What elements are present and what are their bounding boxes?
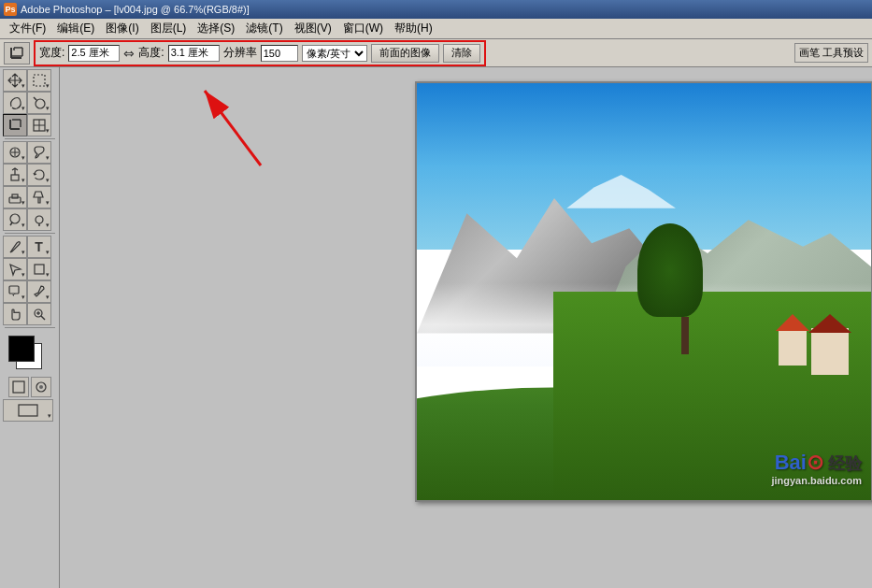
svg-rect-33 [19, 405, 37, 416]
resolution-label: 分辨率 [223, 45, 257, 61]
svg-point-7 [36, 99, 45, 108]
tree-crown [637, 223, 703, 317]
landscape-image: Bai⊙ 经验 jingyan.baidu.com [417, 83, 871, 500]
blur-tool[interactable]: ▾ [3, 208, 27, 231]
resolution-input[interactable] [261, 45, 298, 62]
height-label: 高度: [138, 45, 164, 61]
menu-edit[interactable]: 编辑(E) [51, 19, 100, 38]
title-text: Adobe Photoshop – [lv004.jpg @ 66.7%(RGB… [21, 4, 250, 15]
watermark-url: jingyan.baidu.com [771, 475, 862, 486]
menu-image[interactable]: 图像(I) [100, 19, 144, 38]
house-2 [811, 328, 849, 375]
app-icon: Ps [4, 3, 17, 16]
toolbar: ▾ ▾ ▾ ▾ [0, 67, 60, 588]
menu-file[interactable]: 文件(F) [4, 19, 51, 38]
house-1 [779, 328, 807, 366]
move-tool[interactable]: ▾ [3, 69, 27, 92]
menu-help[interactable]: 帮助(H) [389, 19, 438, 38]
menu-layer[interactable]: 图层(L) [145, 19, 193, 38]
watermark: Bai⊙ 经验 jingyan.baidu.com [771, 451, 862, 486]
right-panel-label: 画笔 工具预设 [799, 46, 864, 60]
zoom-tool[interactable] [27, 303, 51, 325]
eyedropper-tool[interactable]: ▾ [27, 280, 51, 303]
svg-line-27 [41, 316, 45, 320]
svg-point-22 [10, 214, 20, 223]
foreground-color[interactable] [8, 336, 35, 362]
color-swatches[interactable] [7, 334, 53, 371]
svg-rect-24 [35, 265, 44, 274]
height-input[interactable] [168, 45, 220, 62]
options-bar: 宽度: ⇔ 高度: 分辨率 像素/英寸 像素/厘米 前面的图像 清除 画笔 工具… [0, 39, 872, 67]
menu-filter[interactable]: 滤镜(T) [240, 19, 288, 38]
svg-point-32 [39, 385, 43, 389]
separator-1 [5, 138, 55, 139]
document-canvas: Bai⊙ 经验 jingyan.baidu.com [417, 83, 871, 500]
document-window: Bai⊙ 经验 jingyan.baidu.com [415, 81, 872, 502]
path-select-tool[interactable]: ▾ [3, 258, 27, 280]
canvas-area: Bai⊙ 经验 jingyan.baidu.com [60, 67, 872, 588]
tool-row-8: ▾ T ▾ [3, 236, 57, 258]
width-label: 宽度: [39, 45, 64, 61]
stamp-tool[interactable]: ▾ [3, 164, 27, 186]
svg-rect-19 [11, 175, 19, 180]
houses [779, 328, 849, 375]
notes-tool[interactable]: ▾ [3, 280, 27, 303]
clear-button[interactable]: 清除 [443, 44, 480, 63]
dodge-tool[interactable]: ▾ [27, 208, 51, 231]
fill-tool[interactable]: ▾ [27, 186, 51, 208]
crop-options-box: 宽度: ⇔ 高度: 分辨率 像素/英寸 像素/厘米 前面的图像 清除 [34, 40, 486, 66]
slice-tool[interactable]: ▾ [27, 114, 51, 136]
tool-row-6: ▾ ▾ [3, 186, 57, 208]
annotation-arrow [139, 72, 345, 184]
main-area: ▾ ▾ ▾ ▾ [0, 67, 872, 588]
quick-mask-mode[interactable] [31, 377, 51, 397]
separator-2 [5, 233, 55, 234]
pen-tool[interactable]: ▾ [3, 236, 27, 258]
menu-window[interactable]: 窗口(W) [337, 19, 389, 38]
lasso-tool[interactable]: ▾ [3, 92, 27, 114]
front-image-button[interactable]: 前面的图像 [371, 44, 439, 63]
hand-tool[interactable] [3, 303, 27, 325]
tool-row-7: ▾ ▾ [3, 208, 57, 231]
separator-3 [5, 327, 55, 328]
edit-mode-row [8, 377, 51, 397]
magic-wand-tool[interactable]: ▾ [27, 92, 51, 114]
swap-icon[interactable]: ⇔ [123, 46, 135, 61]
watermark-logo: Bai⊙ 经验 [775, 451, 862, 475]
svg-rect-25 [9, 286, 19, 294]
tool-row-11 [3, 303, 57, 325]
width-input[interactable] [68, 45, 120, 62]
eraser-tool[interactable]: ▾ [3, 186, 27, 208]
svg-rect-6 [34, 75, 45, 86]
title-bar: Ps Adobe Photoshop – [lv004.jpg @ 66.7%(… [0, 0, 872, 19]
svg-rect-30 [13, 381, 24, 393]
tool-row-5: ▾ ▾ [3, 164, 57, 186]
screen-mode-btn[interactable]: ▾ [3, 399, 53, 422]
svg-point-23 [36, 216, 43, 223]
tool-row-3: ▾ [3, 114, 57, 136]
house-roof-2 [808, 314, 851, 333]
resolution-unit-select[interactable]: 像素/英寸 像素/厘米 [302, 45, 367, 62]
tool-row-9: ▾ ▾ [3, 258, 57, 280]
crop-tool-icon[interactable] [4, 42, 30, 65]
text-tool[interactable]: T ▾ [27, 236, 51, 258]
brush-tool[interactable]: ▾ [27, 141, 51, 164]
tool-row-2: ▾ ▾ [3, 92, 57, 114]
tree [666, 223, 703, 354]
menu-view[interactable]: 视图(V) [289, 19, 337, 38]
screen-mode-row: ▾ [3, 399, 57, 422]
svg-line-8 [34, 97, 36, 100]
tree-trunk [681, 317, 689, 354]
svg-line-35 [205, 91, 261, 165]
selection-tool[interactable]: ▾ [27, 69, 51, 92]
menu-select[interactable]: 选择(S) [192, 19, 240, 38]
tool-row-1: ▾ ▾ [3, 69, 57, 92]
crop-tool[interactable] [3, 114, 27, 136]
shape-tool[interactable]: ▾ [27, 258, 51, 280]
tool-row-4: ▾ ▾ [3, 141, 57, 164]
history-tool[interactable]: ▾ [27, 164, 51, 186]
house-roof-1 [776, 314, 809, 331]
healing-tool[interactable]: ▾ [3, 141, 27, 164]
standard-mode[interactable] [8, 377, 29, 397]
menu-bar: 文件(F) 编辑(E) 图像(I) 图层(L) 选择(S) 滤镜(T) 视图(V… [0, 19, 872, 39]
